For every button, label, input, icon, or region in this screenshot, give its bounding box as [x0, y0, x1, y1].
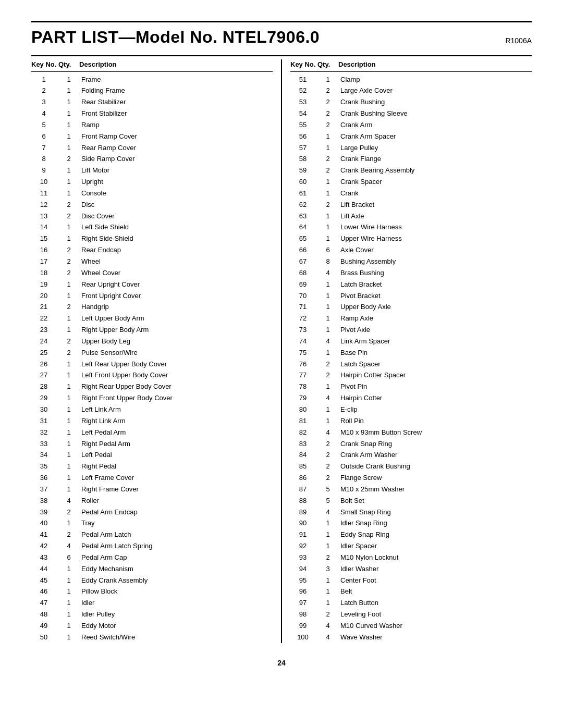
part-qty: 1 [58, 450, 79, 460]
table-row: 45 1 Eddy Crank Assembly [31, 575, 273, 586]
part-desc: Crank Arm [338, 120, 532, 130]
table-row: 82 4 M10 x 93mm Button Screw [290, 427, 532, 438]
table-row: 3 1 Rear Stabilizer [31, 97, 273, 108]
part-key: 25 [31, 348, 58, 358]
table-row: 43 6 Pedal Arm Cap [31, 552, 273, 563]
part-key: 97 [290, 598, 317, 608]
part-qty: 2 [58, 302, 79, 312]
part-desc: Idler Snap Ring [338, 519, 532, 528]
part-key: 62 [290, 200, 317, 210]
part-key: 30 [31, 405, 58, 415]
table-row: 35 1 Right Pedal [31, 461, 273, 473]
part-qty: 1 [58, 405, 79, 415]
right-parts-list: 51 1 Clamp 52 2 Large Axle Cover 53 2 Cr… [290, 74, 532, 643]
part-qty: 2 [317, 371, 338, 380]
part-key: 49 [31, 621, 58, 631]
part-qty: 1 [58, 109, 79, 119]
part-desc: Right Rear Upper Body Cover [79, 382, 273, 392]
part-key: 33 [31, 439, 58, 449]
page-number: 24 [277, 659, 286, 667]
part-qty: 1 [317, 223, 338, 232]
part-key: 34 [31, 450, 58, 460]
part-key: 50 [31, 633, 58, 643]
part-key: 42 [31, 541, 58, 551]
table-row: 53 2 Crank Bushing [290, 97, 532, 108]
part-key: 46 [31, 587, 58, 597]
part-desc: Right Pedal [79, 462, 273, 472]
part-key: 13 [31, 212, 58, 221]
part-key: 77 [290, 371, 317, 380]
part-key: 1 [31, 75, 58, 85]
part-qty: 2 [317, 439, 338, 449]
part-key: 85 [290, 462, 317, 472]
table-row: 2 1 Folding Frame [31, 85, 273, 97]
part-key: 90 [290, 519, 317, 528]
part-qty: 2 [317, 154, 338, 164]
table-row: 12 2 Disc [31, 199, 273, 211]
part-desc: Upper Body Leg [79, 337, 273, 347]
part-desc: Left Pedal [79, 450, 273, 460]
table-row: 63 1 Lift Axle [290, 211, 532, 222]
part-desc: Upper Body Axle [338, 302, 532, 312]
part-desc: Front Ramp Cover [79, 132, 273, 142]
part-desc: Disc Cover [79, 212, 273, 221]
part-key: 69 [290, 280, 317, 290]
table-row: 66 6 Axle Cover [290, 245, 532, 256]
table-row: 96 1 Belt [290, 586, 532, 598]
part-qty: 1 [58, 120, 79, 130]
table-row: 78 1 Pivot Pin [290, 381, 532, 393]
table-row: 67 8 Bushing Assembly [290, 256, 532, 268]
part-desc: Roller [79, 496, 273, 506]
part-key: 7 [31, 143, 58, 153]
left-keyno-header: Key No. [31, 60, 58, 68]
part-key: 79 [290, 393, 317, 403]
table-row: 92 1 Idler Spacer [290, 541, 532, 552]
part-key: 23 [31, 325, 58, 335]
part-desc: Wheel Cover [79, 268, 273, 278]
page-footer: 24 [31, 659, 532, 667]
table-row: 28 1 Right Rear Upper Body Cover [31, 381, 273, 393]
part-desc: Eddy Snap Ring [338, 530, 532, 540]
part-key: 5 [31, 120, 58, 130]
part-qty: 2 [317, 200, 338, 210]
part-qty: 1 [58, 166, 79, 176]
table-row: 72 1 Ramp Axle [290, 313, 532, 325]
table-row: 98 2 Leveling Foot [290, 609, 532, 621]
part-key: 38 [31, 496, 58, 506]
part-key: 17 [31, 257, 58, 267]
part-qty: 5 [317, 496, 338, 506]
table-row: 17 2 Wheel [31, 256, 273, 268]
part-desc: Right Pedal Arm [79, 439, 273, 449]
part-qty: 1 [317, 598, 338, 608]
part-key: 41 [31, 530, 58, 540]
part-desc: Eddy Mechanism [79, 564, 273, 574]
part-key: 80 [290, 405, 317, 415]
part-desc: Right Front Upper Body Cover [79, 393, 273, 403]
part-key: 20 [31, 291, 58, 301]
part-qty: 6 [58, 553, 79, 563]
part-desc: Clamp [338, 75, 532, 85]
part-desc: Front Stabilizer [79, 109, 273, 119]
part-qty: 2 [58, 154, 79, 164]
part-key: 48 [31, 610, 58, 620]
part-desc: Rear Stabilizer [79, 97, 273, 107]
part-desc: Idler Spacer [338, 541, 532, 551]
part-desc: Reed Switch/Wire [79, 633, 273, 643]
part-qty: 1 [317, 587, 338, 597]
part-desc: Bolt Set [338, 496, 532, 506]
part-key: 12 [31, 200, 58, 210]
table-row: 85 2 Outside Crank Bushing [290, 461, 532, 473]
part-key: 21 [31, 302, 58, 312]
part-key: 22 [31, 314, 58, 324]
part-qty: 2 [317, 450, 338, 460]
part-qty: 2 [58, 257, 79, 267]
part-desc: Crank Bushing [338, 97, 532, 107]
part-desc: Roll Pin [338, 416, 532, 426]
part-qty: 1 [317, 234, 338, 244]
part-qty: 4 [317, 337, 338, 347]
part-key: 98 [290, 610, 317, 620]
part-desc: Hairpin Cotter Spacer [338, 371, 532, 380]
part-qty: 1 [58, 143, 79, 153]
part-qty: 1 [58, 223, 79, 232]
part-desc: Pivot Pin [338, 382, 532, 392]
